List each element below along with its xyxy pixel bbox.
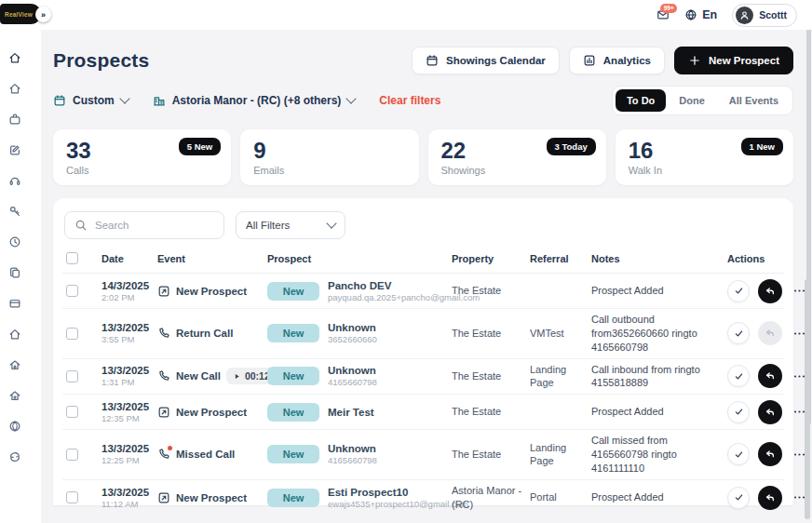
date-range-filter[interactable]: Custom: [53, 94, 129, 107]
support-icon: [8, 174, 21, 187]
page-scrollbar[interactable]: [805, 279, 810, 519]
stat-value: 9: [253, 138, 405, 164]
event-label: New Prospect: [176, 407, 247, 418]
mark-done-button[interactable]: [727, 280, 750, 302]
chevron-down-icon: [119, 93, 129, 103]
sidebar-expand-button[interactable]: »: [35, 7, 51, 22]
reply-icon: [765, 286, 776, 297]
stat-label: Walk In: [629, 165, 780, 176]
globe-icon: [684, 8, 697, 21]
date-range-value: Custom: [73, 94, 115, 107]
sidebar-item-portal[interactable]: [8, 410, 21, 441]
search-icon: [74, 219, 88, 232]
mark-done-button[interactable]: [727, 443, 750, 465]
select-all-checkbox[interactable]: [66, 252, 78, 264]
chart-icon: [583, 54, 596, 67]
all-filters-dropdown[interactable]: All Filters: [236, 211, 345, 239]
reply-button[interactable]: [758, 442, 782, 466]
user-icon: [739, 10, 750, 20]
sidebar-item-edit[interactable]: [8, 318, 21, 349]
tab-all-events[interactable]: All Events: [718, 89, 790, 112]
row-time: 11:12 AM: [102, 499, 154, 509]
sidebar-item-compose[interactable]: [8, 134, 21, 165]
row-date: 13/3/2025: [102, 487, 154, 498]
event-label: Return Call: [176, 328, 233, 339]
mark-done-button[interactable]: [727, 487, 750, 509]
sidebar-item-home[interactable]: [8, 73, 21, 103]
table-header: Date Event Prospect Property Referral No…: [62, 252, 784, 274]
user-name: Scottt: [759, 9, 787, 20]
column-header-actions: Actions: [727, 253, 780, 264]
stat-label: Emails: [253, 165, 405, 176]
calendar-icon: [426, 54, 439, 67]
reply-button[interactable]: [758, 321, 782, 345]
stat-label: Showings: [441, 165, 593, 176]
row-checkbox[interactable]: [66, 406, 78, 418]
new-prospect-button[interactable]: New Prospect: [674, 47, 793, 74]
analytics-button[interactable]: Analytics: [569, 47, 665, 74]
sidebar-item-support[interactable]: [8, 165, 21, 195]
sidebar-item-keys[interactable]: [8, 195, 21, 226]
reply-button[interactable]: [758, 364, 782, 388]
property-filter[interactable]: Astoria Manor - (RC) (+8 others): [153, 94, 356, 107]
status-badge: New: [267, 489, 319, 507]
mark-done-button[interactable]: [727, 401, 750, 423]
sidebar-item-prospects[interactable]: [8, 42, 21, 73]
prospect-contact: 4165660798: [328, 455, 377, 465]
row-checkbox[interactable]: [66, 370, 78, 382]
language-label: En: [702, 8, 717, 21]
row-property: The Estate: [452, 405, 526, 419]
prospect-icon: [157, 491, 170, 504]
row-referral: VMTest: [530, 327, 588, 341]
reply-button[interactable]: [758, 279, 782, 303]
table-row: 13/3/2025 12:25 PM Missed Call New Unkno…: [62, 430, 784, 480]
clear-filters-button[interactable]: Clear filters: [379, 94, 440, 107]
row-date: 13/3/2025: [102, 443, 154, 454]
reply-button[interactable]: [758, 486, 782, 510]
page-title: Prospects: [53, 49, 149, 72]
user-menu[interactable]: Scottt: [732, 4, 797, 27]
notifications-badge: 99+: [660, 4, 677, 13]
event-label: Missed Call: [176, 449, 235, 460]
table-row: 13/3/2025 3:55 PM Return Call New Unknow…: [62, 309, 784, 359]
table-row: 13/3/2025 1:31 PM New Call 00:12 New Unk…: [62, 359, 784, 396]
row-checkbox[interactable]: [66, 449, 78, 461]
row-property: The Estate: [452, 448, 526, 462]
row-time: 12:25 PM: [102, 455, 154, 465]
stat-card-walk-in: 16Walk In1 New: [616, 129, 793, 185]
topbar: 99+ En Scottt: [0, 0, 812, 30]
tab-to-do[interactable]: To Do: [616, 89, 666, 112]
showings-calendar-button[interactable]: Showings Calendar: [412, 47, 560, 74]
move-in-icon: [8, 358, 21, 371]
status-badge: New: [267, 445, 319, 463]
column-header-date: Date: [102, 253, 154, 264]
table-row: 14/3/2025 2:02 PM New Prospect New Panch…: [62, 274, 784, 309]
mark-done-button[interactable]: [727, 365, 750, 387]
prospect-contact: 4165660798: [328, 377, 377, 387]
row-checkbox[interactable]: [66, 491, 78, 503]
reply-button[interactable]: [758, 400, 782, 424]
prospect-name: Unknown: [328, 443, 377, 454]
tab-done[interactable]: Done: [668, 89, 716, 112]
stat-badge: 3 Today: [547, 138, 596, 155]
avatar: [736, 7, 753, 24]
row-checkbox[interactable]: [66, 285, 78, 297]
sidebar: [0, 30, 41, 523]
events-segmented-control: To DoDoneAll Events: [612, 86, 793, 115]
column-header-property: Property: [452, 253, 526, 264]
sidebar-item-units[interactable]: [8, 103, 21, 134]
row-referral: Landing Page: [530, 363, 588, 391]
status-badge: New: [267, 324, 319, 342]
sidebar-item-move-out[interactable]: [8, 380, 21, 410]
language-switcher[interactable]: En: [684, 8, 717, 21]
search-input[interactable]: [95, 220, 197, 231]
sidebar-item-billing[interactable]: [8, 288, 21, 318]
sidebar-item-move-in[interactable]: [8, 349, 21, 380]
sidebar-item-sync[interactable]: [8, 441, 21, 472]
messages-button[interactable]: 99+: [656, 8, 670, 21]
row-property: The Estate: [452, 284, 526, 298]
sidebar-item-documents[interactable]: [8, 257, 21, 288]
row-checkbox[interactable]: [66, 328, 78, 340]
mark-done-button[interactable]: [727, 322, 750, 344]
sidebar-item-history[interactable]: [8, 226, 21, 257]
